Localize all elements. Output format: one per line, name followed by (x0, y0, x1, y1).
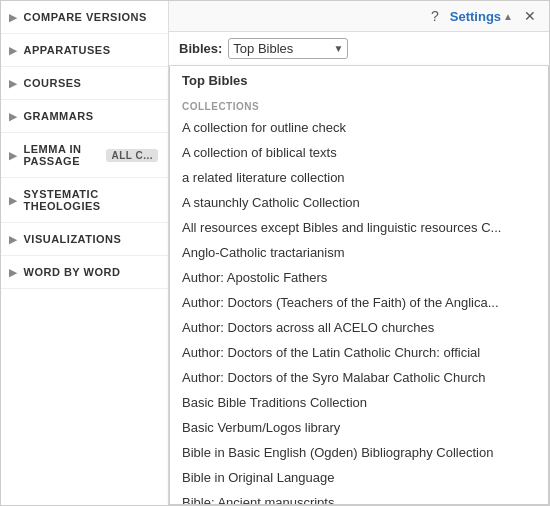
dropdown-item[interactable]: Author: Doctors of the Latin Catholic Ch… (170, 340, 548, 365)
dropdown-item[interactable]: Bible: Ancient manuscripts (170, 490, 548, 505)
dropdown-item[interactable]: Author: Doctors across all ACELO churche… (170, 315, 548, 340)
sidebar-item-label: WORD BY WORD (24, 266, 159, 278)
sidebar-item-visualizations[interactable]: ▶VISUALIZATIONS (1, 223, 168, 256)
sidebar: ▶COMPARE VERSIONS▶APPARATUSES▶COURSES▶GR… (1, 1, 169, 505)
chevron-icon: ▶ (9, 267, 18, 278)
dropdown-top-item[interactable]: Top Bibles (170, 66, 548, 95)
dropdown-item[interactable]: Author: Doctors of the Syro Malabar Cath… (170, 365, 548, 390)
sidebar-item-label: GRAMMARS (24, 110, 159, 122)
dropdown-panel: Top Bibles Collections A collection for … (169, 66, 549, 505)
bibles-select[interactable]: Top Bibles ▼ (228, 38, 348, 59)
sidebar-item-label: VISUALIZATIONS (24, 233, 159, 245)
dropdown-item[interactable]: Author: Apostolic Fathers (170, 265, 548, 290)
chevron-icon: ▶ (9, 45, 18, 56)
sidebar-item-systematic-theologies[interactable]: ▶SYSTEMATIC THEOLOGIES (1, 178, 168, 223)
dropdown-item[interactable]: All resources except Bibles and linguist… (170, 215, 548, 240)
bibles-label: Bibles: (179, 41, 222, 56)
chevron-icon: ▶ (9, 234, 18, 245)
chevron-icon: ▶ (9, 195, 18, 206)
sidebar-item-apparatuses[interactable]: ▶APPARATUSES (1, 34, 168, 67)
dropdown-item[interactable]: A collection of biblical texts (170, 140, 548, 165)
sidebar-item-lemma-in-passage[interactable]: ▶LEMMA IN PASSAGEAll C... (1, 133, 168, 178)
settings-link[interactable]: Settings (450, 9, 501, 24)
sidebar-item-word-by-word[interactable]: ▶WORD BY WORD (1, 256, 168, 289)
top-bar: ? Settings ▲ ✕ (169, 1, 549, 32)
sidebar-item-label: LEMMA IN PASSAGE (24, 143, 107, 167)
chevron-icon: ▶ (9, 12, 18, 23)
dropdown-item[interactable]: Basic Verbum/Logos library (170, 415, 548, 440)
dropdown-item[interactable]: Anglo-Catholic tractarianism (170, 240, 548, 265)
help-button[interactable]: ? (424, 5, 446, 27)
close-button[interactable]: ✕ (519, 5, 541, 27)
sidebar-item-label: COURSES (24, 77, 159, 89)
dropdown-item[interactable]: Basic Bible Traditions Collection (170, 390, 548, 415)
sidebar-item-label: APPARATUSES (24, 44, 159, 56)
dropdown-item[interactable]: A collection for outline check (170, 115, 548, 140)
sidebar-item-label: SYSTEMATIC THEOLOGIES (24, 188, 159, 212)
sidebar-item-compare-versions[interactable]: ▶COMPARE VERSIONS (1, 1, 168, 34)
bibles-row: Bibles: Top Bibles ▼ (169, 32, 549, 66)
chevron-icon: ▶ (9, 78, 18, 89)
sidebar-item-grammars[interactable]: ▶GRAMMARS (1, 100, 168, 133)
bibles-dropdown-arrow: ▼ (333, 43, 343, 54)
dropdown-item[interactable]: Bible in Basic English (Ogden) Bibliogra… (170, 440, 548, 465)
dropdown-item[interactable]: Author: Doctors (Teachers of the Faith) … (170, 290, 548, 315)
dropdown-section-header: Collections (170, 95, 548, 115)
chevron-icon: ▶ (9, 150, 18, 161)
sidebar-item-label: COMPARE VERSIONS (24, 11, 159, 23)
dropdown-item[interactable]: a related literature collection (170, 165, 548, 190)
chevron-icon: ▶ (9, 111, 18, 122)
dropdown-item[interactable]: Bible in Original Language (170, 465, 548, 490)
bibles-selected-value: Top Bibles (233, 41, 329, 56)
sidebar-item-badge: All C... (106, 149, 158, 162)
main-panel: ? Settings ▲ ✕ Bibles: Top Bibles ▼ Top … (169, 1, 549, 505)
dropdown-item[interactable]: A staunchly Catholic Collection (170, 190, 548, 215)
sidebar-item-courses[interactable]: ▶COURSES (1, 67, 168, 100)
